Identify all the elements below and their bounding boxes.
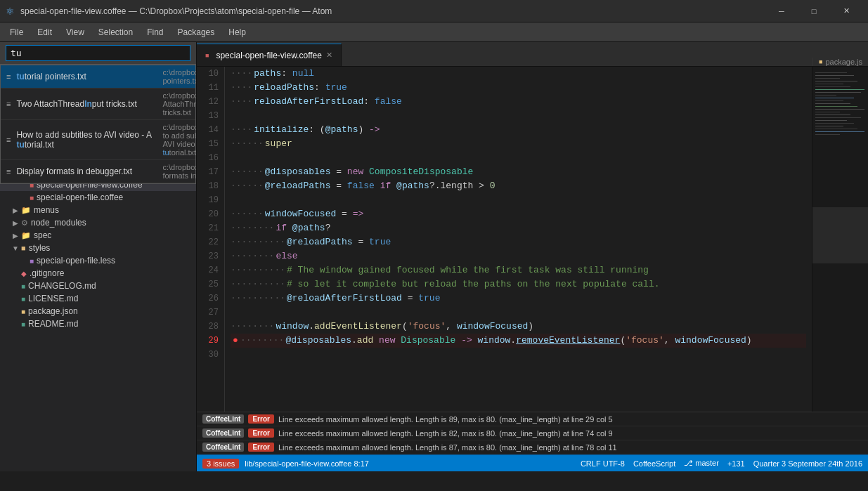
file-icon-3: ≡ [6,136,11,144]
file-icon-1: ≡ [6,72,11,81]
menu-selection[interactable]: Selection [91,25,140,40]
svg-rect-1 [815,72,847,73]
ac-name-2: Two AttachThreadInput tricks.txt [16,99,157,109]
chevron-icon: ▶ [11,232,20,240]
chevron-icon: ▶ [11,207,20,214]
code-line-17: ······@disposables = new CompositeDispos… [231,165,806,179]
error-row-2: CoffeeLint Error Line exceeds maximum al… [197,426,868,440]
svg-rect-23 [815,134,840,135]
search-overlay: ≡ tutorial pointers.txt c:\dropbox\info\… [0,42,196,65]
tab-bar: ■ special-open-file-view.coffee ✕ ■ pack… [197,42,868,67]
svg-rect-12 [815,103,850,104]
menu-file[interactable]: File [3,25,30,40]
md-icon: ■ [21,320,25,328]
search-input[interactable] [6,45,190,61]
autocomplete-item-1[interactable]: ≡ tutorial pointers.txt c:\dropbox\info\… [1,65,195,89]
sidebar-item-styles-less[interactable]: ▶ ■ special-open-file.less [0,254,196,267]
menu-edit[interactable]: Edit [30,25,59,40]
svg-rect-24 [812,207,868,263]
autocomplete-item-2[interactable]: ≡ Two AttachThreadInput tricks.txt c:\dr… [1,89,195,120]
tree-item-label: node_modules [31,218,86,228]
svg-rect-19 [815,123,854,124]
package-js-tab[interactable]: ■ package.js [819,58,862,66]
code-line-14: ····initialize: (@paths) -> [231,123,806,137]
svg-rect-16 [815,114,850,115]
code-line-19 [231,193,806,207]
lint-badge-3: CoffeeLint [202,443,244,452]
file-path: lib/special-open-file-view.coffee 8:17 [245,459,369,468]
menu-find[interactable]: Find [140,25,170,40]
app-icon: ⚛ [6,6,15,17]
sidebar-item-readme[interactable]: ▶ ■ README.md [0,317,196,330]
tree-item-label: CHANGELOG.md [28,281,96,291]
minimize-button[interactable]: ─ [765,0,798,22]
chevron-icon: ▶ [11,219,20,227]
sidebar-item-node-modules[interactable]: ▶ ⚙ node_modules [0,216,196,229]
error-msg-2: Line exceeds maximum allowed length. Len… [278,429,613,438]
position-info: Quarter 3 September 24th 2016 [753,459,862,468]
svg-rect-10 [815,98,854,98]
autocomplete-item-4[interactable]: ≡ Display formats in debugger.txt c:\dro… [1,160,195,183]
error-badge-1: Error [248,414,273,424]
code-line-28: ········window.addEventListener('focus',… [231,320,806,334]
code-line-27 [231,306,806,320]
svg-rect-22 [815,131,864,132]
code-line-25: ··········# so let it complete but reloa… [231,277,806,292]
error-msg-3: Line exceeds maximum allowed length. Len… [278,443,617,452]
file-icon-2: ≡ [6,100,11,108]
sidebar-item-gitignore[interactable]: ▶ ◆ .gitignore [0,267,196,280]
error-badge-3: Error [248,443,273,452]
language: CoffeeScript [633,459,675,468]
sidebar-item-styles[interactable]: ▼ ■ styles [0,242,196,254]
svg-rect-20 [815,126,843,126]
git-branch: ⎇ master [684,459,719,468]
menu-help[interactable]: Help [221,25,253,40]
code-line-23: ········else [231,249,806,263]
code-line-30 [231,348,806,362]
status-left: 3 issues lib/special-open-file-view.coff… [202,459,369,469]
sidebar-item-license[interactable]: ▶ ■ LICENSE.md [0,292,196,305]
git-changes: +131 [727,459,745,468]
window-title: special-open-file-view.coffee — C:\Dropb… [20,6,760,16]
chevron-icon: ▼ [11,244,20,252]
close-button[interactable]: ✕ [830,0,862,22]
svg-rect-5 [815,84,843,84]
editor-area: ■ special-open-file-view.coffee ✕ ■ pack… [197,42,868,471]
sidebar-item-menus[interactable]: ▶ 📁 menus [0,204,196,216]
svg-rect-13 [815,106,857,107]
tree-item-label: README.md [28,319,78,329]
sidebar-item-spec[interactable]: ▶ 📁 spec [0,229,196,242]
close-tab-icon[interactable]: ✕ [326,51,332,60]
code-editor[interactable]: 10 11 12 13 14 15 16 17 18 19 20 21 22 2… [197,67,812,412]
code-line-16 [231,151,806,165]
svg-rect-17 [815,117,861,118]
folder-icon: 📁 [21,206,31,215]
sidebar-item-package-json[interactable]: ▶ ■ package.json [0,305,196,317]
menu-view[interactable]: View [59,25,91,40]
autocomplete-item-3[interactable]: ≡ How to add subtitles to AVI video - A … [1,120,195,160]
svg-rect-7 [815,89,864,90]
folder-icon: ■ [21,244,26,252]
menu-packages[interactable]: Packages [171,25,222,40]
tree-item-label: spec [34,230,51,240]
tab-sofv[interactable]: ■ special-open-file-view.coffee ✕ [197,44,342,66]
code-line-21: ········if @paths? [231,221,806,235]
less-icon: ■ [30,257,34,265]
sidebar-item-sof[interactable]: ▶ ■ special-open-file.coffee [0,191,196,204]
coffee-icon: ■ [205,52,209,59]
tree-item-label: special-open-file.less [37,256,115,266]
error-row-3: CoffeeLint Error Line exceeds maximum al… [197,440,868,454]
lint-badge-2: CoffeeLint [202,428,244,438]
error-badge-2: Error [248,428,273,438]
ac-path-1: c:\dropbox\info\C++\tutorial pointers.tx… [162,68,197,85]
ac-path-2: c:\dropbox\info\C++\Two AttachThreadInpu… [162,91,197,117]
tab-label: special-open-file-view.coffee [216,51,322,60]
autocomplete-dropdown: ≡ tutorial pointers.txt c:\dropbox\info\… [0,65,196,184]
folder-icon: 📁 [21,231,31,240]
maximize-button[interactable]: □ [798,0,830,22]
sidebar-item-changelog[interactable]: ▶ ■ CHANGELOG.md [0,280,196,292]
json-icon: ■ [21,308,25,315]
svg-rect-11 [815,100,843,101]
menu-bar: File Edit View Selection Find Packages H… [0,22,868,42]
sidebar: ≡ tutorial pointers.txt c:\dropbox\info\… [0,42,197,471]
